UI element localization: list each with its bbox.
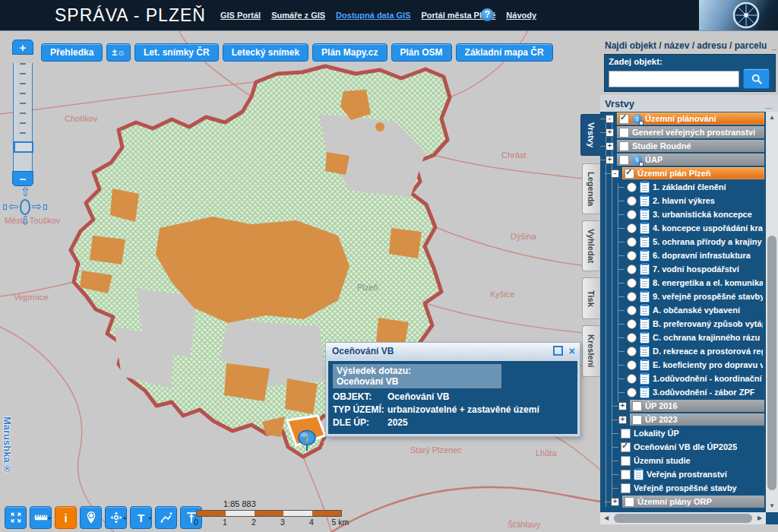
basemap-button-settings[interactable]: ±☼ (106, 43, 131, 62)
zoom-out-button[interactable]: − (12, 171, 33, 186)
layer-radio[interactable] (627, 251, 637, 261)
basemap-button-zakladni-mapa-cr[interactable]: Základní mapa ČR (456, 43, 553, 62)
pan-left-icon[interactable]: ⇦ (8, 201, 18, 212)
next-view-icon[interactable] (43, 204, 47, 210)
legend-doc-icon[interactable] (640, 264, 650, 275)
info-button[interactable]: i (55, 506, 77, 529)
ruler-button[interactable]: ▴ (30, 506, 52, 529)
vertical-scrollbar[interactable]: ▲ ▼ (766, 112, 778, 512)
pan-right-icon[interactable]: ⇨ (32, 201, 42, 212)
pan-down-icon[interactable]: ⇩ (3, 216, 47, 226)
close-icon[interactable]: × (569, 346, 575, 356)
tab-legenda[interactable]: Legenda (582, 163, 599, 214)
query-result-block[interactable]: Výsledek dotazu: Oceňování VB (333, 364, 501, 388)
layer-checkbox[interactable] (621, 442, 631, 452)
expand-toggle-icon[interactable]: + (611, 498, 619, 506)
basemap-button-letecky-snimek[interactable]: Letecký snímek (223, 43, 308, 62)
layer-radio[interactable] (627, 374, 637, 384)
expand-toggle-icon[interactable]: + (618, 402, 627, 410)
popup-titlebar[interactable]: Oceňování VB × (326, 343, 580, 359)
layer-radio[interactable] (627, 333, 637, 343)
layer-checkbox[interactable] (621, 456, 631, 466)
legend-doc-icon[interactable] (634, 469, 644, 480)
layer-checkbox[interactable] (625, 497, 634, 507)
pan-up-icon[interactable]: ⇧ (3, 187, 47, 198)
tab-vyhledat[interactable]: Vyhledat (582, 220, 599, 271)
basemap-button-plan-osm[interactable]: Plán OSM (391, 43, 452, 62)
legend-doc-icon[interactable] (640, 359, 650, 371)
expand-toggle-icon[interactable]: - (611, 169, 619, 178)
layer-radio[interactable] (627, 347, 637, 356)
basemap-button-prehledka[interactable]: Přehledka (41, 43, 103, 62)
layer-radio[interactable] (627, 210, 637, 220)
expand-toggle-icon[interactable]: + (606, 128, 614, 137)
expand-toggle-icon[interactable]: + (606, 156, 614, 164)
legend-doc-icon[interactable] (640, 236, 650, 248)
layer-radio[interactable] (627, 223, 637, 233)
gps-marker-button[interactable] (80, 506, 102, 529)
pan-crosshair-button[interactable]: ▴ (105, 506, 127, 529)
scroll-up-icon[interactable]: ▲ (766, 112, 778, 124)
expand-toggle-icon[interactable]: + (618, 416, 627, 424)
expand-arrows-button[interactable] (5, 506, 27, 529)
info-layer-icon[interactable]: i (632, 155, 642, 165)
horizontal-scroll-thumb[interactable] (614, 514, 752, 523)
legend-doc-icon[interactable] (640, 332, 650, 344)
layer-radio[interactable] (627, 264, 637, 274)
layer-radio[interactable] (627, 278, 637, 288)
scroll-right-icon[interactable]: ▶ (754, 512, 766, 524)
minimize-search-icon[interactable]: _ (771, 40, 776, 51)
layer-radio[interactable] (627, 182, 637, 192)
layer-radio[interactable] (627, 292, 637, 302)
pan-center-icon[interactable] (20, 199, 30, 215)
minimize-layers-icon[interactable]: _ (765, 97, 772, 110)
expand-toggle-icon[interactable]: - (606, 115, 614, 123)
legend-doc-icon[interactable] (640, 250, 650, 261)
previous-view-icon[interactable] (3, 204, 7, 210)
header-link-navody[interactable]: Návody (506, 11, 536, 20)
expand-toggle-icon[interactable]: + (606, 142, 614, 150)
layer-radio[interactable] (627, 319, 637, 329)
legend-doc-icon[interactable] (640, 346, 650, 357)
object-search-input[interactable] (609, 71, 739, 87)
layer-checkbox[interactable] (632, 415, 642, 425)
layer-radio[interactable] (627, 237, 637, 247)
search-button[interactable] (743, 68, 770, 89)
maximize-icon[interactable] (553, 346, 563, 356)
tab-vrstvy[interactable]: Vrstvy (580, 114, 600, 156)
legend-doc-icon[interactable] (640, 387, 650, 398)
header-link-dostupna-data-gis[interactable]: Dostupná data GIS (336, 11, 410, 20)
info-layer-icon[interactable]: i (632, 114, 642, 124)
legend-doc-icon[interactable] (640, 209, 650, 220)
text-label-button[interactable]: T▴ (130, 506, 152, 529)
legend-doc-icon[interactable] (640, 182, 650, 193)
legend-doc-icon[interactable] (640, 277, 650, 289)
header-link-sumare-z-gis[interactable]: Sumáře z GIS (271, 11, 325, 20)
basemap-button-let-snimky-cr[interactable]: Let. snímky ČR (134, 43, 219, 62)
tab-tisk[interactable]: Tisk (582, 277, 599, 319)
measure-line-button[interactable] (155, 506, 177, 529)
zoom-in-button[interactable]: + (12, 40, 33, 55)
layer-checkbox[interactable] (632, 401, 642, 411)
layer-checkbox[interactable] (625, 169, 634, 179)
layer-checkbox[interactable] (619, 141, 629, 151)
scroll-left-icon[interactable]: ◀ (600, 512, 612, 524)
help-icon[interactable]: ? (481, 8, 494, 21)
layer-checkbox[interactable] (621, 470, 631, 480)
layer-radio[interactable] (627, 360, 637, 370)
legend-doc-icon[interactable] (640, 291, 650, 302)
vertical-scroll-thumb[interactable] (767, 236, 776, 490)
legend-doc-icon[interactable] (640, 305, 650, 316)
scroll-down-icon[interactable]: ▼ (766, 500, 778, 512)
layer-checkbox[interactable] (621, 483, 631, 493)
legend-doc-icon[interactable] (640, 318, 650, 330)
legend-doc-icon[interactable] (640, 373, 650, 385)
layer-checkbox[interactable] (621, 429, 631, 439)
legend-doc-icon[interactable] (640, 223, 650, 234)
horizontal-scrollbar[interactable]: ◀ ▶ (600, 512, 766, 524)
layer-checkbox[interactable] (619, 155, 629, 165)
tab-kresleni[interactable]: Kreslení (582, 325, 599, 377)
layer-radio[interactable] (627, 306, 637, 315)
zoom-handle[interactable] (14, 141, 33, 153)
basemap-button-plan-mapy-cz[interactable]: Plán Mapy.cz (312, 43, 387, 62)
